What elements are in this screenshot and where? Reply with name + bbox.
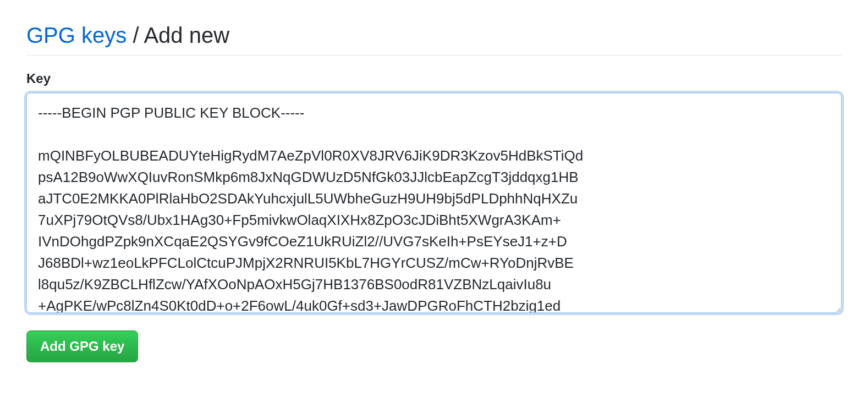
breadcrumb-parent-link[interactable]: GPG keys [26,23,127,47]
breadcrumb-separator: / [127,23,144,47]
add-gpg-key-button[interactable]: Add GPG key [26,330,138,362]
page-header: GPG keys / Add new [26,22,842,56]
breadcrumb-current: Add new [144,23,229,47]
key-field-label: Key [26,71,842,86]
breadcrumb: GPG keys / Add new [26,22,842,48]
gpg-key-input[interactable] [26,93,842,313]
